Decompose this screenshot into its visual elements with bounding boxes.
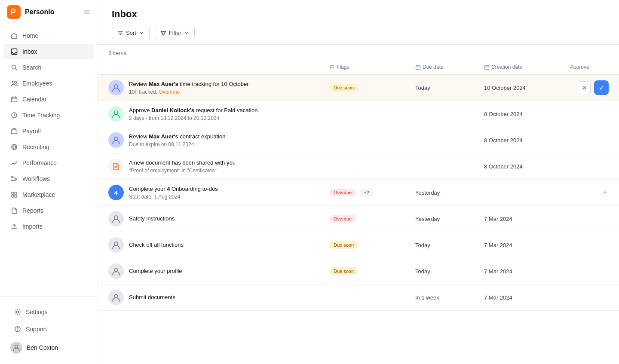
sidebar-item-support-label: Support <box>26 326 47 333</box>
sort-button[interactable]: Sort <box>112 27 150 39</box>
sidebar-item-performance[interactable]: Performance <box>3 155 94 171</box>
items-count: 8 items <box>98 45 619 60</box>
flag-badge-8: Due soon <box>329 267 358 275</box>
sidebar-item-support[interactable]: Support <box>7 321 91 337</box>
creation-date-col-icon <box>484 64 490 70</box>
col-approve-label: Approve <box>570 64 589 70</box>
row-title-2: Approve Daniel Kollock's request for Pai… <box>129 107 257 114</box>
row-info-2: Approve Daniel Kollock's request for Pai… <box>129 107 257 121</box>
approve-col-5 <box>570 189 609 196</box>
svg-point-29 <box>114 294 118 298</box>
sidebar-bottom: Settings Support Ben Coxton <box>0 297 98 364</box>
creation-date-2: 8 October 2024 <box>484 111 570 117</box>
doc-avatar-4 <box>108 159 124 174</box>
calendar-icon <box>10 95 18 103</box>
app-logo-icon <box>7 5 21 19</box>
row-subtitle-4: "Proof of employment" in "Certificates" <box>129 168 236 174</box>
sort-icon <box>117 30 123 36</box>
row-main-6: Safety instructions <box>108 211 329 226</box>
row-info-4: A new document has been shared with you … <box>129 159 236 174</box>
flag-extra-5: +2 <box>359 189 374 196</box>
sidebar-item-reports[interactable]: Reports <box>3 203 94 218</box>
svg-point-27 <box>114 242 118 245</box>
sidebar-logo: Personio <box>0 0 98 24</box>
sidebar-item-settings[interactable]: Settings <box>7 304 91 320</box>
col-header-approve: Approve <box>570 64 609 70</box>
user-avatar <box>10 342 22 354</box>
reject-button-1[interactable]: ✕ <box>578 81 591 94</box>
sidebar-item-time-tracking[interactable]: Time Tracking <box>3 107 94 123</box>
table-row: Review Max Auer's time tracking for 10 O… <box>98 75 619 101</box>
row-info-6: Safety instructions <box>129 215 175 223</box>
due-date-5: Yesterday <box>415 190 484 196</box>
row-info-3: Review Max Auer's contract expiration Du… <box>129 133 225 147</box>
table-row: Safety instructions Overdue Yesterday 7 … <box>98 206 619 232</box>
user-profile[interactable]: Ben Coxton <box>3 338 94 357</box>
svg-rect-1 <box>84 12 90 12</box>
due-date-1: Today <box>415 85 484 91</box>
col-creation-date-label: Creation date <box>491 64 522 70</box>
sidebar-item-inbox[interactable]: Inbox <box>3 44 94 59</box>
globe-icon <box>10 143 18 151</box>
sidebar-item-imports[interactable]: Imports <box>3 219 94 234</box>
creation-date-4: 8 October 2024 <box>484 163 570 170</box>
sort-chevron-icon <box>139 31 144 36</box>
flag-badge-5: Overdue <box>329 189 356 196</box>
svg-point-11 <box>12 180 13 181</box>
sidebar-item-settings-label: Settings <box>26 309 48 315</box>
row-info-9: Submit documents <box>129 294 175 301</box>
flag-badge-6: Overdue <box>329 215 356 223</box>
svg-rect-0 <box>84 10 90 11</box>
flags-cell-5: Overdue +2 <box>329 189 415 196</box>
flag-badge-7: Due soon <box>329 241 358 249</box>
filter-label: Filter <box>169 30 181 36</box>
main-header: Inbox Sort Filter <box>98 0 619 45</box>
avatar-7 <box>108 237 124 253</box>
sidebar-item-workflows[interactable]: Workflows <box>3 171 94 187</box>
col-header-item <box>108 64 329 70</box>
search-icon <box>10 64 18 71</box>
sidebar-item-home[interactable]: Home <box>3 28 94 43</box>
row-main-4: A new document has been shared with you … <box>108 159 329 174</box>
due-date-6: Yesterday <box>415 216 484 222</box>
row-info-5: Complete your 4 Onboarding to-dos Start … <box>129 185 218 200</box>
sidebar-item-home-label: Home <box>22 32 38 39</box>
sidebar-item-recruiting[interactable]: Recruiting <box>3 139 94 155</box>
svg-point-20 <box>15 345 18 348</box>
creation-date-6: 7 Mar 2024 <box>484 216 570 222</box>
sidebar-item-search[interactable]: Search <box>3 60 94 75</box>
table-row: Check off all functions Due soon Today 7… <box>98 232 619 258</box>
row-title-3: Review Max Auer's contract expiration <box>129 133 225 141</box>
sidebar-item-employees[interactable]: Employees <box>3 76 94 91</box>
avatar-2 <box>108 106 124 122</box>
users-icon <box>10 80 18 87</box>
svg-point-12 <box>16 178 17 180</box>
sidebar-item-inbox-label: Inbox <box>22 48 37 55</box>
approve-button-1[interactable]: ✓ <box>594 80 609 95</box>
due-date-7: Today <box>415 242 484 248</box>
sidebar-item-payroll-label: Payroll <box>22 128 41 135</box>
col-header-creation-date: Creation date <box>484 64 570 70</box>
flag-badge-1: Due soon <box>329 84 358 92</box>
sidebar-item-payroll[interactable]: Payroll <box>3 123 94 139</box>
expand-icon-5[interactable] <box>602 189 609 196</box>
file-icon <box>10 207 18 214</box>
table-row: Complete your profile Due soon Today 7 M… <box>98 258 619 284</box>
row-main-5: 4 Complete your 4 Onboarding to-dos Star… <box>108 185 329 200</box>
row-main-2: Approve Daniel Kollock's request for Pai… <box>108 106 329 122</box>
flags-col-icon <box>329 64 335 70</box>
svg-rect-16 <box>15 195 17 197</box>
due-date-9: In 1 week <box>415 294 484 301</box>
sidebar-item-marketplace[interactable]: Marketplace <box>3 187 94 202</box>
row-subtitle-3: Due to expire on 08.11.2024 <box>129 141 225 147</box>
sidebar-item-calendar[interactable]: Calendar <box>3 92 94 107</box>
avatar-3 <box>108 132 124 148</box>
briefcase-icon <box>10 127 18 135</box>
filter-button[interactable]: Filter <box>155 27 195 39</box>
sidebar-toggle[interactable] <box>83 8 91 16</box>
svg-point-26 <box>114 216 118 219</box>
table-row: 4 Complete your 4 Onboarding to-dos Star… <box>98 180 619 206</box>
svg-point-25 <box>114 137 118 141</box>
due-date-8: Today <box>415 268 484 275</box>
due-date-col-icon <box>415 64 421 70</box>
